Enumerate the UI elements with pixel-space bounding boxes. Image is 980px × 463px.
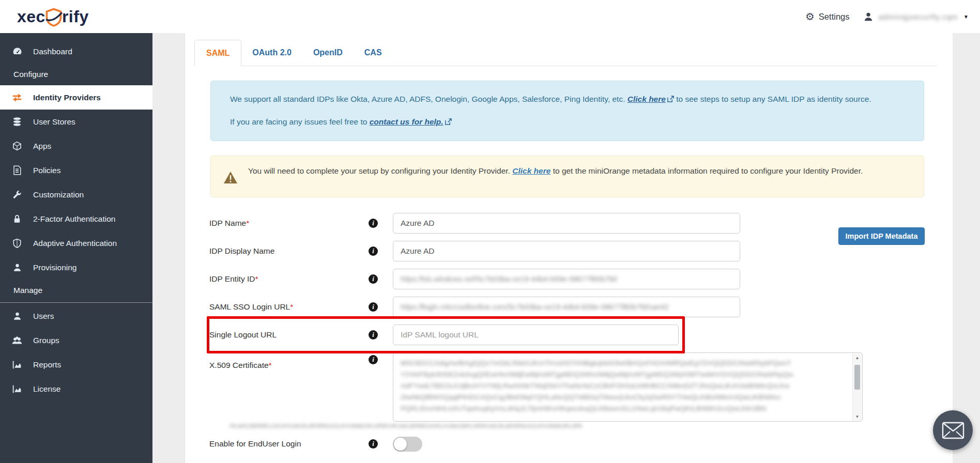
redacted-cert-line: AdFYwdLTBECkJUIjBnAYVYWjLRwAhNkTWqDNrVTh… [401,380,846,392]
idp-display-name-input[interactable] [393,241,740,261]
idp-entity-id-row: IDP Entity ID* i htlps:/fsls.wlndcws.nef… [209,269,953,289]
idp-name-input[interactable] [393,213,740,234]
sidebar-item-label: 2-Factor Authentication [33,214,115,224]
tab-saml[interactable]: SAML [194,40,241,66]
saml-sso-login-url-input-redacted[interactable]: htlps:/flogln.mlcrcsofionllne.com/5c7b03… [393,297,740,317]
saml-sso-login-url-label: SAML SSO Login URL* [209,302,369,312]
redacted-overflow-strip: HLwKQtBNMCQvLKHJwQtLBKMNcvQLKHJtwBQKLMNH… [229,424,674,428]
idp-name-label: IDP Name* [209,219,369,228]
sidebar-item-label: Apps [33,142,51,151]
contact-us-link[interactable]: contact us for help. [370,117,443,126]
sidebar-item-2fa[interactable]: 2-Factor Authentication [0,207,152,231]
enable-enduser-login-toggle[interactable] [393,437,422,452]
metadata-link[interactable]: Click here [512,166,550,175]
sidebar-item-groups[interactable]: Groups [0,328,152,352]
label-text: SAML SSO Login URL [209,302,290,311]
tab-openid[interactable]: OpenID [302,40,354,66]
info-icon[interactable]: i [369,355,378,364]
info-icon[interactable]: i [369,302,378,312]
warning-text-after: to get the miniOrange metadata informati… [550,166,863,175]
single-logout-url-input[interactable] [393,325,679,345]
import-idp-metadata-button[interactable]: Import IDP Metadata [838,227,925,245]
redacted-value: htlps:/flogln.mlcrcsofionllne.com/5c7b03… [401,303,669,311]
sidebar-item-reports[interactable]: Reports [0,352,152,377]
info-text: If you are facing any issues feel free t… [230,117,370,126]
idp-entity-id-input-redacted[interactable]: htlps:/fsls.wlndcws.nef/5c7b03ba-ce19-44… [393,269,740,289]
area-chart-icon [11,360,23,369]
protocol-tabs: SAML OAuth 2.0 OpenID CAS [194,40,937,66]
toggle-knob [394,438,407,451]
external-link-icon [445,116,452,128]
info-icon[interactable]: i [369,274,378,284]
redacted-cert-line: Y2VkIFByb3h5IEZsb3cgQ0EwHhcNMjEwMjAzMTgy… [401,369,846,380]
label-text: IDP Entity ID [209,274,255,283]
user-account-menu[interactable]: adminqjxecurlfy.cqm ▼ [863,11,969,22]
warning-text-before: You will need to complete your setup by … [248,166,512,175]
sidebar-item-policies[interactable]: Policies [0,158,152,182]
xecurify-logo[interactable]: xec rify [17,6,89,27]
logo-text-suffix: rify [62,7,89,26]
sidebar-item-label: License [33,384,60,394]
warning-alert: You will need to complete your setup by … [210,156,924,198]
single-logout-url-label: Single Logout URL [209,330,369,339]
label-text: X.509 Certificate [209,361,269,369]
sidebar-item-customization[interactable]: Customization [0,182,152,207]
main-area: SAML OAuth 2.0 OpenID CAS We support all… [152,33,980,463]
sidebar-item-provisioning[interactable]: Provisioning [0,255,152,280]
logo-text-prefix: xec [17,7,45,26]
info-icon[interactable]: i [369,330,378,339]
support-chat-button[interactable] [933,410,973,450]
sidebar-item-users[interactable]: Users [0,304,152,328]
label-text: IDP Name [209,219,246,227]
sidebar-item-label: Users [33,312,54,321]
required-asterisk: * [269,361,272,369]
tab-cas[interactable]: CAS [354,40,393,66]
people-icon [11,335,23,345]
redacted-cert-line: MIIC8DCCAdigAwIBAgIQQx7mGbLRbkGJKmTlVvdX… [401,358,846,369]
sidebar-item-apps[interactable]: Apps [0,134,152,158]
info-icon[interactable]: i [369,439,378,449]
single-logout-url-row: Single Logout URL i [209,325,953,345]
sidebar-item-label: Adaptive Authentication [33,239,117,248]
sidebar-item-identity-providers[interactable]: Identity Providers [0,85,152,110]
dashboard-gauge-icon [11,46,23,57]
sidebar-item-label: Identity Providers [33,93,101,102]
info-icon[interactable]: i [369,246,378,256]
sidebar-item-license[interactable]: License [0,377,152,401]
user-email-redacted: adminqjxecurlfy.cqm [878,12,958,21]
exchange-arrows-icon [11,92,23,103]
info-icon[interactable]: i [369,219,378,228]
required-asterisk: * [246,219,249,227]
scroll-down-arrow[interactable]: ▼ [855,412,860,421]
required-asterisk: * [290,302,293,311]
sidebar-item-dashboard[interactable]: Dashboard [0,39,152,64]
setup-steps-link[interactable]: Click here [627,95,666,103]
sidebar-item-adaptive-auth[interactable]: Adaptive Authentication [0,231,152,255]
sidebar-item-label: Provisioning [33,263,76,272]
sidebar-item-label: Groups [33,336,59,345]
sidebar-item-label: Policies [33,166,60,175]
x509-certificate-textarea-redacted[interactable]: MIIC8DCCAdigAwIBAgIQQx7mGbLRbkGJKmTlVvdX… [393,352,863,422]
warning-triangle-icon [223,171,238,189]
x509-certificate-row: X.509 Certificate* i MIIC8DCCAdigAwIBAgI… [209,352,953,422]
envelope-icon [942,422,964,439]
shield-icon [11,238,23,249]
document-icon [11,165,23,176]
settings-menu[interactable]: ⚙ Settings [805,11,850,22]
scrollbar-track[interactable] [853,362,862,412]
scroll-up-arrow[interactable]: ▲ [855,353,860,362]
gear-icon: ⚙ [805,11,815,22]
warning-text: You will need to complete your setup by … [248,165,863,189]
wrench-icon [11,190,23,200]
person-icon [11,263,23,272]
sidebar-item-user-stores[interactable]: User Stores [0,110,152,134]
content-panel: SAML OAuth 2.0 OpenID CAS We support all… [185,33,953,463]
sidebar-item-label: User Stores [33,117,75,127]
redacted-cert-line: ZtwNkQfBWXQqqlPtHDCAQvCqjJBkKMqtYQHLaNcQ… [401,392,846,403]
info-alert-line1: We support all standard IDPs like Okta, … [230,93,903,105]
user-icon [863,11,874,22]
tab-oauth2[interactable]: OAuth 2.0 [241,40,302,66]
redacted-value: htlps:/fsls.wlndcws.nef/5c7b03ba-ce19-44… [401,275,617,283]
scrollbar-thumb[interactable] [854,365,860,390]
external-link-icon [667,94,674,105]
